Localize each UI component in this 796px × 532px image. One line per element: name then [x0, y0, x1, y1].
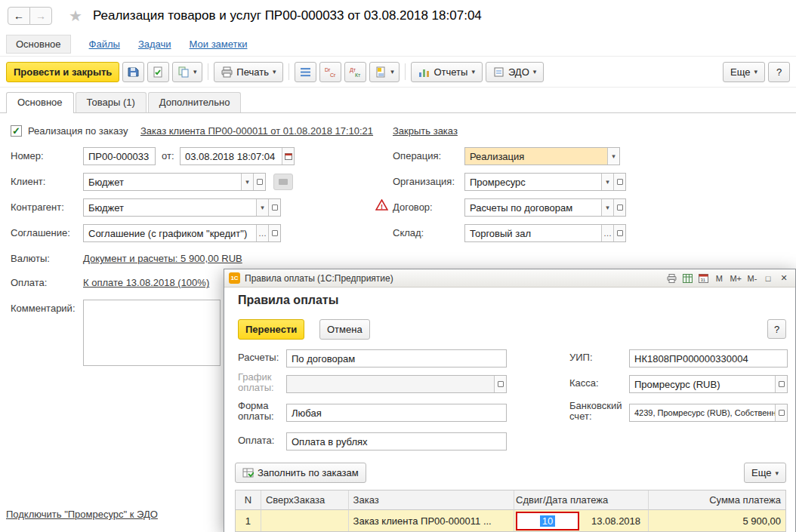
- contract-field[interactable]: Расчеты по договорам ▾: [464, 198, 626, 217]
- back-button[interactable]: ←: [8, 7, 30, 25]
- tab-additional[interactable]: Дополнительно: [148, 92, 242, 112]
- print-icon: [221, 66, 233, 78]
- col-header-amount[interactable]: Сумма платежа: [649, 490, 786, 510]
- save-button[interactable]: [122, 62, 144, 82]
- currencies-link[interactable]: Документ и расчеты: 5 900,00 RUB: [83, 253, 242, 264]
- col-header-order[interactable]: Заказ: [349, 490, 514, 510]
- open-icon[interactable]: [613, 225, 625, 241]
- fill-by-orders-button[interactable]: Заполнить по заказам: [235, 463, 366, 483]
- by-order-checkbox[interactable]: ✓: [11, 125, 22, 137]
- chevron-down-icon[interactable]: ▾: [256, 199, 268, 216]
- list-button[interactable]: [295, 62, 316, 82]
- nav-item-main[interactable]: Основное: [6, 35, 71, 54]
- reports-button[interactable]: Отчеты▾: [411, 62, 482, 82]
- payment-date-value[interactable]: 13.08.2018: [591, 515, 640, 527]
- counterparty-field[interactable]: Бюджет ▾: [83, 198, 281, 217]
- dialog-titlebar[interactable]: 1С Правила оплаты (1С:Предприятие) 31 М …: [224, 269, 795, 288]
- bank-field[interactable]: 4239, Промресурс (RUB), Собственный счет: [629, 404, 788, 422]
- favorite-star-icon[interactable]: ★: [69, 7, 82, 25]
- edo-button[interactable]: ЭДО▾: [486, 62, 544, 82]
- nav-item-tasks[interactable]: Задачи: [138, 38, 171, 50]
- help-button[interactable]: ?: [768, 62, 790, 82]
- payments-table-header: N СверхЗаказа Заказ Сдвиг/Дата платежа С…: [236, 490, 785, 510]
- col-header-over-order[interactable]: СверхЗаказа: [261, 490, 349, 510]
- tab-goods[interactable]: Товары (1): [76, 92, 147, 112]
- cell-order[interactable]: Заказ клиента ПР00-000011 ...: [349, 510, 514, 531]
- document-status-button[interactable]: ▾: [369, 62, 400, 82]
- number-field[interactable]: ПР00-000033: [83, 147, 156, 165]
- memory-button[interactable]: М: [712, 272, 726, 284]
- chevron-down-icon: ▾: [273, 68, 276, 75]
- payform-field[interactable]: Любая: [286, 404, 507, 422]
- ellipsis-choose-icon[interactable]: …: [256, 225, 268, 241]
- table-row[interactable]: 1 Заказ клиента ПР00-000011 ... 10 13.08…: [236, 510, 785, 531]
- dialog-grid-button[interactable]: [680, 272, 694, 284]
- warehouse-field[interactable]: Торговый зал …: [464, 224, 626, 242]
- dialog-more-button[interactable]: Еще▾: [744, 463, 786, 483]
- open-icon[interactable]: [268, 199, 280, 216]
- create-based-on-button[interactable]: ▾: [172, 62, 202, 82]
- cancel-button[interactable]: Отмена: [319, 319, 370, 340]
- client-card-button[interactable]: [273, 174, 293, 190]
- print-button[interactable]: Печать▾: [214, 62, 283, 82]
- comment-label: Комментарий:: [11, 303, 76, 314]
- calendar-icon[interactable]: [282, 148, 294, 165]
- client-field[interactable]: Бюджет ▾: [83, 173, 266, 191]
- memory-plus-button[interactable]: М+: [728, 272, 743, 284]
- more-button[interactable]: Еще▾: [723, 62, 765, 82]
- chevron-down-icon[interactable]: ▾: [601, 199, 613, 216]
- open-icon[interactable]: [613, 199, 625, 216]
- post-document-button[interactable]: [147, 62, 169, 82]
- forward-button[interactable]: →: [29, 7, 52, 25]
- tab-main[interactable]: Основное: [6, 92, 74, 113]
- nav-item-files[interactable]: Файлы: [89, 38, 120, 50]
- dialog-print-button[interactable]: [665, 272, 678, 284]
- open-icon[interactable]: [268, 225, 280, 241]
- cell-amount[interactable]: 5 900,00: [649, 510, 786, 531]
- transfer-button[interactable]: Перенести: [238, 319, 304, 340]
- operation-field[interactable]: Реализация ▾: [464, 147, 620, 165]
- dialog-payment-field[interactable]: Оплата в рублях: [286, 432, 507, 451]
- open-icon[interactable]: [253, 174, 265, 190]
- open-icon[interactable]: [775, 376, 787, 392]
- window-close-icon[interactable]: ✕: [777, 272, 791, 284]
- col-header-n[interactable]: N: [236, 490, 261, 510]
- date-field[interactable]: 03.08.2018 18:07:04: [180, 147, 295, 165]
- close-order-link[interactable]: Закрыть заказ: [393, 125, 458, 137]
- agreement-field[interactable]: Соглашение (с графиком "кредит") …: [83, 224, 281, 242]
- chevron-down-icon[interactable]: ▾: [241, 174, 253, 190]
- open-icon[interactable]: [775, 404, 787, 421]
- cell-n[interactable]: 1: [236, 510, 261, 531]
- window-restore-icon[interactable]: □: [761, 272, 775, 284]
- ellipsis-choose-icon[interactable]: …: [601, 225, 613, 241]
- shift-selected-value[interactable]: 10: [540, 515, 555, 527]
- organization-label: Организация:: [393, 176, 455, 187]
- operation-label: Операция:: [393, 150, 441, 161]
- comment-input[interactable]: [83, 300, 221, 366]
- schedule-field: [286, 375, 507, 393]
- nav-item-notes[interactable]: Мои заметки: [190, 38, 248, 50]
- organization-field[interactable]: Промресурс ▾: [464, 173, 626, 191]
- chevron-down-icon[interactable]: ▾: [607, 148, 619, 165]
- edo-connect-link[interactable]: Подключить "Промресурс" к ЭДО: [6, 509, 158, 520]
- cell-over-order[interactable]: [261, 510, 349, 531]
- post-and-close-button[interactable]: Провести и закрыть: [6, 62, 119, 82]
- chevron-down-icon[interactable]: ▾: [601, 174, 613, 190]
- accounting-dtkt-button[interactable]: ДтКт: [344, 62, 366, 82]
- shift-edit-cell[interactable]: 10: [516, 512, 579, 530]
- cell-shift-date[interactable]: 10 13.08.2018: [514, 510, 649, 531]
- client-value: Бюджет: [84, 174, 241, 190]
- dialog-calendar-button[interactable]: 31: [696, 272, 710, 284]
- dialog-help-button[interactable]: ?: [767, 319, 786, 339]
- accounting-drcr-button[interactable]: DrCr: [319, 62, 341, 82]
- customer-order-link[interactable]: Заказ клиента ПР00-000011 от 01.08.2018 …: [140, 125, 373, 137]
- payment-terms-link[interactable]: К оплате 13.08.2018 (100%): [83, 277, 209, 288]
- calc-field[interactable]: По договорам: [286, 349, 507, 367]
- open-icon[interactable]: [494, 376, 506, 392]
- warehouse-label: Склад:: [393, 227, 424, 238]
- open-icon[interactable]: [613, 174, 625, 190]
- cash-field[interactable]: Промресурс (RUB): [629, 375, 788, 393]
- uip-field[interactable]: НК1808ПР000000330004: [629, 349, 788, 367]
- memory-minus-button[interactable]: М-: [745, 272, 759, 284]
- col-header-shift-date[interactable]: Сдвиг/Дата платежа: [514, 490, 649, 510]
